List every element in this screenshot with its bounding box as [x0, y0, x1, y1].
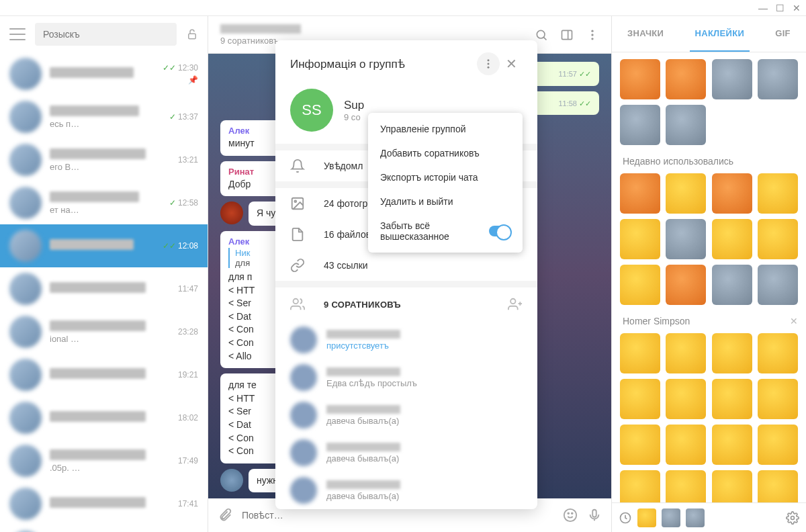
chat-list-item[interactable]: 18:02	[0, 396, 208, 439]
svg-point-9	[568, 513, 569, 514]
chat-preview: .05р. …	[50, 463, 170, 473]
avatar[interactable]	[220, 469, 243, 492]
sticker-item[interactable]	[758, 265, 798, 305]
sticker-item[interactable]	[620, 333, 660, 373]
emoji-icon[interactable]	[563, 508, 578, 523]
minimize-icon[interactable]: —	[758, 3, 768, 13]
chat-time: 18:02	[178, 413, 198, 423]
chat-name	[50, 67, 134, 78]
sticker-grid-homer	[620, 333, 798, 502]
sticker-pack-mini[interactable]	[637, 508, 656, 527]
sticker-item[interactable]	[758, 173, 798, 214]
sticker-item[interactable]	[712, 425, 752, 465]
chat-list-item[interactable]: ет на… ✓ 12:58	[0, 181, 208, 224]
sticker-item[interactable]	[712, 173, 752, 214]
message-input[interactable]	[242, 510, 553, 521]
chat-list-item[interactable]: Вт	[0, 525, 208, 532]
close-icon[interactable]: ✕	[793, 3, 801, 13]
tab-emoji[interactable]: ЗНАЧКИ	[622, 16, 669, 52]
gear-icon[interactable]	[786, 511, 799, 525]
member-row[interactable]: присутстсвуетъ	[275, 321, 537, 359]
group-actions-dropdown: Управленіе группой Добавить соратниковъ …	[368, 113, 523, 253]
search-input[interactable]	[35, 23, 177, 46]
links-row[interactable]: 43 ссылки	[275, 250, 537, 281]
chat-list-item[interactable]: ional … 23:28	[0, 310, 208, 353]
sticker-item[interactable]	[620, 59, 660, 99]
chat-list-item[interactable]: его В… 13:21	[0, 138, 208, 181]
member-row[interactable]: давеча бывалъ(а)	[275, 434, 537, 472]
sticker-item[interactable]	[620, 379, 660, 419]
lock-icon[interactable]	[186, 28, 198, 40]
chat-preview: ional …	[50, 334, 170, 344]
chat-list-item[interactable]: .05р. … 17:49	[0, 439, 208, 482]
sticker-item[interactable]	[620, 470, 660, 502]
dropdown-add-members[interactable]: Добавить соратниковъ	[368, 141, 523, 165]
svg-point-14	[488, 59, 490, 61]
sticker-item[interactable]	[758, 333, 798, 373]
more-icon[interactable]	[586, 28, 599, 42]
sticker-item[interactable]	[620, 425, 660, 465]
chat-list-item[interactable]: 17:41	[0, 482, 208, 525]
remove-pack-icon[interactable]: ✕	[790, 316, 798, 326]
mic-icon[interactable]	[587, 508, 602, 523]
sticker-item[interactable]	[712, 59, 752, 99]
chat-list-item[interactable]: ✓✓ 12:08	[0, 224, 208, 267]
sticker-item[interactable]	[758, 425, 798, 465]
member-row[interactable]: давеча бывалъ(а)	[275, 472, 537, 509]
sticker-item[interactable]	[620, 265, 660, 305]
sticker-item[interactable]	[666, 470, 706, 502]
dropdown-manage-group[interactable]: Управленіе группой	[368, 117, 523, 141]
sticker-item[interactable]	[712, 265, 752, 305]
sticker-pack-mini[interactable]	[662, 508, 680, 527]
member-avatar	[290, 364, 317, 391]
sticker-item[interactable]	[666, 379, 706, 419]
chat-list-item[interactable]: есь п… ✓ 13:37	[0, 95, 208, 138]
sticker-item[interactable]	[666, 105, 706, 145]
chat-time: 23:28	[178, 327, 198, 337]
sticker-item[interactable]	[712, 219, 752, 259]
sticker-item[interactable]	[666, 425, 706, 465]
section-recent: Недавно использовались	[623, 156, 798, 167]
dropdown-clear-history[interactable]: Забыть всё вышесказанное	[368, 214, 523, 249]
recent-icon[interactable]	[619, 511, 632, 525]
sticker-item[interactable]	[666, 59, 706, 99]
modal-close-button[interactable]: ✕	[500, 52, 523, 75]
sticker-item[interactable]	[712, 379, 752, 419]
svg-point-7	[591, 38, 593, 40]
sticker-pack-mini[interactable]	[686, 508, 705, 527]
sidebar-toggle-icon[interactable]	[560, 28, 574, 42]
toggle-switch[interactable]	[489, 226, 510, 236]
sticker-item[interactable]	[758, 59, 798, 99]
dropdown-export-history[interactable]: Экспортъ исторіи чата	[368, 165, 523, 189]
sticker-item[interactable]	[758, 470, 798, 502]
sticker-item[interactable]	[666, 173, 706, 214]
attach-icon[interactable]	[218, 508, 232, 523]
sticker-item[interactable]	[620, 219, 660, 259]
modal-more-button[interactable]	[477, 52, 500, 75]
hamburger-menu-icon[interactable]	[9, 28, 26, 40]
add-member-icon[interactable]	[508, 297, 523, 312]
chat-list-item[interactable]: 19:21	[0, 353, 208, 396]
tab-gif[interactable]: GIF	[770, 16, 796, 52]
maximize-icon[interactable]: ☐	[776, 3, 785, 13]
member-row[interactable]: давеча бывалъ(а)	[275, 396, 537, 434]
member-avatar	[290, 439, 317, 466]
sticker-item[interactable]	[712, 470, 752, 502]
search-icon[interactable]	[535, 28, 548, 42]
avatar[interactable]	[220, 202, 243, 224]
sticker-item[interactable]	[666, 265, 706, 305]
sticker-item[interactable]	[666, 333, 706, 373]
chat-list-item[interactable]: 11:47	[0, 267, 208, 310]
sticker-item[interactable]	[620, 105, 660, 145]
tab-stickers[interactable]: НАКЛЕЙКИ	[690, 16, 750, 52]
sticker-item[interactable]	[758, 379, 798, 419]
sticker-item[interactable]	[712, 333, 752, 373]
chat-list-item[interactable]: ✓✓ 12:30 📌	[0, 52, 208, 95]
sticker-item[interactable]	[620, 173, 660, 214]
group-avatar[interactable]: SS	[290, 89, 333, 132]
sticker-item[interactable]	[666, 219, 706, 259]
member-row[interactable]: Едва слѣдъ простылъ	[275, 359, 537, 396]
sticker-item[interactable]	[758, 219, 798, 259]
dropdown-delete-leave[interactable]: Удалить и выйти	[368, 189, 523, 214]
avatar	[9, 488, 42, 520]
